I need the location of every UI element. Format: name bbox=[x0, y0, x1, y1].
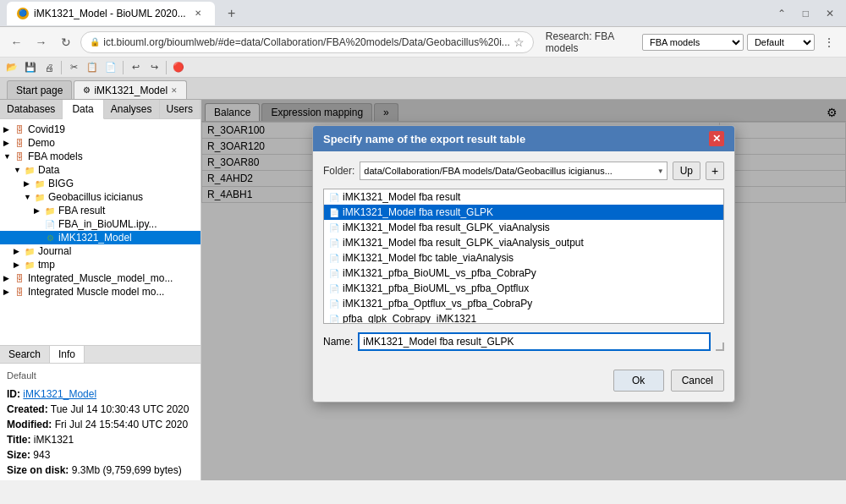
file-list-item-3[interactable]: 📄 iMK1321_Model fba result_GLPK_viaAnaly… bbox=[324, 220, 723, 235]
new-tab-button[interactable]: + bbox=[222, 3, 242, 24]
address-bar[interactable]: 🔒 ict.biouml.org/bioumlweb/#de=data/Coll… bbox=[80, 31, 534, 53]
toolbar-btn-6[interactable]: 📄 bbox=[102, 59, 119, 76]
tree-label-imk1321: iMK1321_Model bbox=[58, 232, 132, 244]
info-modified-row: Modified: Fri Jul 24 15:54:40 UTC 2020 bbox=[7, 417, 194, 432]
tree-item-tmp[interactable]: ▶ 📁 tmp bbox=[0, 258, 201, 271]
ok-button[interactable]: Ok bbox=[613, 370, 664, 392]
folder-icon-data: 📁 bbox=[24, 164, 36, 176]
tree-label-covid19: Covid19 bbox=[28, 123, 65, 135]
file-list-item-9[interactable]: 📄 pfba_glpk_Cobrapy_iMK1321 bbox=[324, 311, 723, 324]
tree-arrow-integrated2: ▶ bbox=[3, 288, 14, 296]
tree-item-imk1321[interactable]: ⚙ iMK1321_Model bbox=[0, 231, 201, 244]
toolbar-btn-7[interactable]: ↩ bbox=[127, 59, 144, 76]
folder-up-button[interactable]: Up bbox=[673, 162, 700, 180]
cancel-button[interactable]: Cancel bbox=[671, 370, 724, 392]
file-list-item-8[interactable]: 📄 iMK1321_pfba_Optflux_vs_pfba_CobraPy bbox=[324, 296, 723, 311]
size-on-disk-label: Size on disk: bbox=[7, 464, 69, 476]
tree-item-demo[interactable]: ▶ 🗄 Demo bbox=[0, 136, 201, 150]
modal-title: Specify name of the export result table bbox=[323, 133, 525, 145]
file-list-icon-9: 📄 bbox=[329, 315, 339, 324]
db-icon-fba-models: 🗄 bbox=[14, 151, 25, 162]
info-id-row: ID: iMK1321_Model bbox=[7, 386, 194, 402]
menu-button[interactable]: ⋮ bbox=[820, 32, 839, 52]
maximize-button[interactable]: □ bbox=[798, 6, 814, 21]
sidebar-tab-users[interactable]: Users bbox=[160, 100, 201, 118]
research-select[interactable]: FBA models bbox=[642, 34, 744, 51]
right-content: Balance Expression mapping » ⚙ R_3OAR100… bbox=[201, 100, 846, 480]
file-list-icon-4: 📄 bbox=[329, 238, 339, 248]
tree-arrow-fba-result: ▶ bbox=[34, 206, 44, 215]
toolbar-btn-1[interactable]: 📂 bbox=[3, 59, 20, 76]
back-button[interactable]: ← bbox=[7, 32, 26, 52]
resize-handle[interactable] bbox=[716, 342, 724, 351]
tree-item-integrated2[interactable]: ▶ 🗄 Integrated Muscle model mo... bbox=[0, 285, 201, 299]
toolbar-btn-2[interactable]: 💾 bbox=[22, 59, 39, 76]
tree-arrow-geo: ▼ bbox=[24, 193, 34, 201]
toolbar-btn-9[interactable]: 🔴 bbox=[170, 59, 187, 76]
folder-add-button[interactable]: + bbox=[706, 162, 724, 180]
file-list-item[interactable]: 📄 iMK1321_Model fba result bbox=[324, 189, 723, 205]
db-icon-demo: 🗄 bbox=[14, 137, 25, 149]
toolbar-btn-4[interactable]: ✂ bbox=[65, 59, 82, 76]
tree-item-fba-models[interactable]: ▼ 🗄 FBA models bbox=[0, 150, 201, 163]
bottom-tab-info[interactable]: Info bbox=[50, 346, 85, 363]
browser-tab-title: iMK1321_Model - BioUML 2020... bbox=[34, 8, 186, 19]
tree-arrow-fba-models: ▼ bbox=[3, 152, 14, 161]
tree-item-fba-biouml[interactable]: 📄 FBA_in_BioUML.ipy... bbox=[0, 217, 201, 231]
active-tab-close[interactable]: ✕ bbox=[171, 86, 178, 95]
folder-combo-wrapper: data/Collaboration/FBA models/Data/Geoba… bbox=[360, 162, 667, 180]
model-icon-imk: ⚙ bbox=[44, 232, 56, 244]
default-select[interactable]: Default bbox=[747, 34, 815, 51]
tree-item-covid19[interactable]: ▶ 🗄 Covid19 bbox=[0, 123, 201, 136]
size-on-disk-value: 9.3Mb (9,759,699 bytes) bbox=[72, 464, 182, 476]
tree-item-fba-result[interactable]: ▶ 📁 FBA result bbox=[0, 204, 201, 217]
sidebar-tab-databases[interactable]: Databases bbox=[0, 100, 63, 118]
forward-button[interactable]: → bbox=[31, 32, 51, 52]
modal-folder-row: Folder: data/Collaboration/FBA models/Da… bbox=[323, 162, 724, 180]
file-list-item-4[interactable]: 📄 iMK1321_Model fba result_GLPK_viaAnaly… bbox=[324, 235, 723, 250]
doc-tabs-bar: Start page ⚙ iMK1321_Model ✕ bbox=[0, 78, 846, 100]
title-label: Title: bbox=[7, 434, 30, 446]
bottom-tab-search[interactable]: Search bbox=[0, 346, 50, 363]
tree-item-integrated1[interactable]: ▶ 🗄 Integrated_Muscle_model_mo... bbox=[0, 271, 201, 285]
toolbar-btn-5[interactable]: 📋 bbox=[84, 59, 101, 76]
tree-item-bigg[interactable]: ▶ 📁 BIGG bbox=[0, 177, 201, 190]
file-list-item-7[interactable]: 📄 iMK1321_pfba_BioUML_vs_pfba_Optflux bbox=[324, 281, 723, 296]
bookmark-icon[interactable]: ☆ bbox=[514, 36, 525, 49]
file-list-item-selected[interactable]: 📄 iMK1321_Model fba result_GLPK bbox=[324, 205, 723, 220]
toolbar-btn-8[interactable]: ↪ bbox=[146, 59, 162, 76]
browser-nav-bar: ← → ↻ 🔒 ict.biouml.org/bioumlweb/#de=dat… bbox=[0, 27, 846, 58]
tab-active-model[interactable]: ⚙ iMK1321_Model ✕ bbox=[74, 80, 187, 99]
tree-label-integrated1: Integrated_Muscle_model_mo... bbox=[28, 272, 173, 284]
browser-tab-active[interactable]: 🔵 iMK1321_Model - BioUML 2020... ✕ bbox=[7, 2, 215, 25]
name-input[interactable] bbox=[358, 332, 711, 351]
tree-item-journal[interactable]: ▶ 📁 Journal bbox=[0, 244, 201, 258]
tab-start-page[interactable]: Start page bbox=[7, 80, 72, 99]
tree-item-geobacillus[interactable]: ▼ 📁 Geobacillus icicianus bbox=[0, 190, 201, 204]
info-role-row: Role: Executable model bbox=[7, 478, 194, 481]
file-list-item-6[interactable]: 📄 iMK1321_pfba_BioUML_vs_pfba_CobraPy bbox=[324, 266, 723, 281]
folder-path-select[interactable]: data/Collaboration/FBA models/Data/Geoba… bbox=[360, 162, 667, 180]
toolbar-btn-3[interactable]: 🖨 bbox=[41, 59, 58, 76]
browser-tab-close[interactable]: ✕ bbox=[191, 7, 205, 20]
address-text: ict.biouml.org/bioumlweb/#de=data/Collab… bbox=[103, 36, 510, 48]
sidebar-tab-data[interactable]: Data bbox=[63, 100, 103, 119]
modal-file-list[interactable]: 📄 iMK1321_Model fba result 📄 iMK1321_Mod… bbox=[323, 189, 724, 324]
file-list-label-1: iMK1321_Model fba result bbox=[343, 191, 460, 203]
tree-item-data[interactable]: ▼ 📁 Data bbox=[0, 163, 201, 177]
id-value[interactable]: iMK1321_Model bbox=[23, 388, 96, 400]
refresh-button[interactable]: ↻ bbox=[56, 32, 75, 52]
modal-buttons: Ok Cancel bbox=[313, 370, 734, 402]
file-list-item-5[interactable]: 📄 iMK1321_Model fbc table_viaAnalysis bbox=[324, 250, 723, 266]
tree-label-fba-models: FBA models bbox=[28, 151, 83, 162]
bottom-panel: Search Info Default ID: iMK1321_Model Cr… bbox=[0, 345, 201, 480]
title-value: iMK1321 bbox=[34, 434, 74, 446]
minimize-button[interactable]: ⌃ bbox=[772, 6, 791, 21]
sidebar-tab-analyses[interactable]: Analyses bbox=[104, 100, 160, 118]
modified-value: Fri Jul 24 15:54:40 UTC 2020 bbox=[55, 419, 188, 430]
db-icon-covid19: 🗄 bbox=[14, 123, 25, 135]
info-size-on-disk-row: Size on disk: 9.3Mb (9,759,699 bytes) bbox=[7, 463, 194, 478]
close-window-button[interactable]: ✕ bbox=[821, 6, 839, 21]
modal-close-button[interactable]: ✕ bbox=[709, 131, 724, 146]
toolbar-separator-2 bbox=[123, 61, 124, 74]
